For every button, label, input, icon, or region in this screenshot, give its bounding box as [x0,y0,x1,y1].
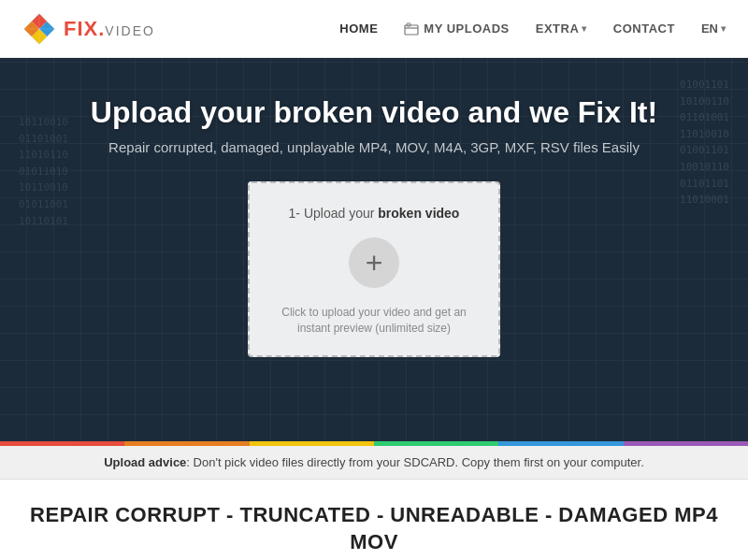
nav-home[interactable]: HOME [339,22,378,36]
svg-rect-7 [405,25,418,35]
color-bar [0,441,748,446]
logo-icon [22,12,56,46]
color-bar-purple [624,441,748,446]
color-bar-blue [498,441,623,446]
advice-label: Upload advice [104,455,186,469]
extra-chevron-icon: ▾ [582,23,587,34]
hero-subtitle: Repair corrupted, damaged, unplayable MP… [108,139,640,155]
upload-box-label: 1- Upload your broken video [289,206,460,221]
color-bar-green [374,441,498,446]
color-bar-orange [124,441,249,446]
nav-contact[interactable]: CONTACT [613,22,675,36]
main-content: REPAIR CORRUPT - TRUNCATED - UNREADABLE … [0,480,748,560]
lang-chevron-icon: ▾ [721,23,726,34]
repair-heading: REPAIR CORRUPT - TRUNCATED - UNREADABLE … [28,502,720,560]
upload-box[interactable]: 1- Upload your broken video + Click to u… [248,181,500,357]
upload-plus-icon: + [349,237,399,288]
nav-extra[interactable]: EXTRA ▾ [536,22,587,36]
color-bar-red [0,441,124,446]
hero-title: Upload your broken video and we Fix It! [91,95,657,130]
nav-uploads[interactable]: MY UPLOADS [404,22,509,36]
logo-text: FIX.VIDEO [64,17,155,41]
nav-lang[interactable]: EN ▾ [701,22,726,36]
advice-strip: Upload advice: Don't pick video files di… [0,446,748,480]
upload-hint: Click to upload your video and get an in… [268,305,480,337]
logo[interactable]: FIX.VIDEO [22,12,155,46]
nav: HOME MY UPLOADS EXTRA ▾ CONTACT EN ▾ [339,22,726,36]
uploads-icon [404,22,419,36]
advice-text: : Don't pick video files directly from y… [186,455,643,469]
hero-section: 01001101 10100110 01101001 11010010 0100… [0,58,748,441]
color-bar-yellow [250,441,374,446]
header: FIX.VIDEO HOME MY UPLOADS EXTRA ▾ CONTAC… [0,0,748,58]
